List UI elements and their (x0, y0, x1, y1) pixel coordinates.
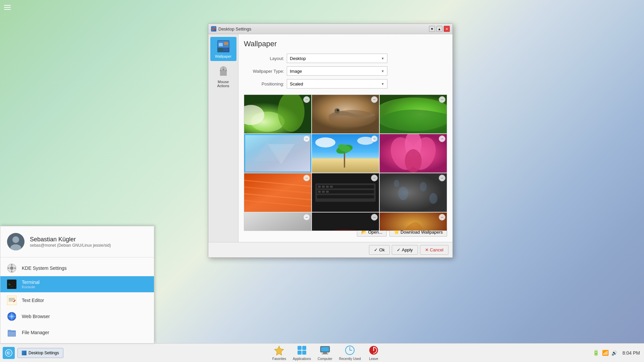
start-menu: Sebastian Kügler sebas@monet (Debian GNU… (0, 226, 154, 343)
svg-rect-8 (14, 268, 16, 269)
sidebar-mouse-actions-button[interactable]: Mouse Actions (210, 62, 236, 90)
wallpaper-sidebar-label: Wallpaper (215, 54, 231, 58)
wallpaper-remove-6[interactable]: − (439, 135, 445, 142)
wallpaper-remove-11[interactable]: − (371, 214, 378, 221)
menu-item-text-editor[interactable]: Text Editor (0, 292, 154, 308)
svg-rect-27 (219, 43, 223, 46)
wallpaper-remove-3[interactable]: − (439, 96, 445, 103)
svg-point-78 (420, 182, 427, 191)
taskbar-window-button[interactable]: Desktop Settings (17, 348, 63, 358)
wallpaper-remove-5[interactable]: − (371, 135, 378, 142)
wallpaper-remove-2[interactable]: − (371, 96, 378, 103)
taskbar-favorites[interactable]: Favorites (272, 344, 286, 361)
wallpaper-type-value: Image (290, 69, 302, 74)
mouse-actions-sidebar-label: Mouse Actions (212, 80, 235, 88)
wallpaper-thumb-1[interactable]: − (244, 95, 311, 133)
wallpaper-remove-8[interactable]: − (371, 175, 378, 181)
menu-item-terminal[interactable]: >_ Terminal Konsole (0, 276, 154, 292)
apply-label: Apply (402, 247, 413, 252)
menu-item-file-manager[interactable]: File Manager (0, 324, 154, 341)
positioning-row: Positioning: Scaled ▼ (244, 79, 447, 88)
wallpaper-thumb-10[interactable]: − (244, 213, 311, 231)
wallpaper-thumb-7[interactable]: − (244, 173, 311, 212)
wallpaper-thumb-8[interactable]: − (312, 173, 379, 212)
menu-item-kde-settings[interactable]: KDE System Settings (0, 260, 154, 276)
apply-button[interactable]: ✓ Apply (392, 245, 418, 255)
svg-marker-87 (274, 346, 284, 355)
wallpaper-thumb-6[interactable]: − (380, 134, 447, 173)
svg-rect-34 (220, 71, 227, 76)
taskbar-icons: Favorites Applications (63, 344, 589, 361)
wallpaper-thumb-4[interactable]: − (244, 134, 311, 173)
ok-checkmark-icon: ✓ (374, 247, 378, 252)
apply-checkmark-icon: ✓ (397, 247, 400, 252)
cancel-button[interactable]: ✕ Cancel (420, 245, 448, 255)
svg-point-29 (218, 48, 223, 51)
taskbar-computer[interactable]: Computer (318, 344, 332, 361)
dialog-pin-icon: 📌 (211, 26, 216, 32)
svg-rect-7 (8, 268, 9, 269)
menu-item-web-browser[interactable]: Web Browser (0, 308, 154, 324)
ok-button[interactable]: ✓ Ok (369, 245, 390, 255)
applications-icon (296, 344, 308, 356)
wallpaper-grid: − (244, 95, 447, 231)
dialog-title-text: Desktop Settings (218, 26, 251, 32)
recently-used-icon (344, 344, 356, 356)
layout-label: Layout: (244, 56, 284, 61)
dialog-close-button[interactable]: ✕ (444, 26, 450, 32)
file-manager-icon (7, 328, 16, 337)
taskbar-window-icon (22, 351, 26, 355)
svg-rect-94 (323, 352, 327, 354)
taskbar-leave[interactable]: Leave (368, 344, 380, 361)
wallpaper-remove-10[interactable]: − (303, 214, 310, 221)
svg-rect-70 (322, 186, 325, 188)
dialog-minimize-button[interactable]: ▼ (429, 26, 435, 32)
positioning-select[interactable]: Scaled ▼ (287, 79, 387, 88)
positioning-value: Scaled (290, 81, 303, 86)
wallpaper-thumb-3[interactable]: − (380, 95, 447, 133)
computer-label: Computer (318, 357, 332, 361)
wallpaper-remove-12[interactable]: − (439, 214, 445, 221)
menu-line-1 (4, 5, 11, 6)
layout-select[interactable]: Desktop ▼ (287, 54, 387, 63)
text-editor-icon (7, 296, 16, 305)
dialog-maximize-button[interactable]: ▲ (436, 26, 442, 32)
svg-rect-90 (298, 351, 302, 355)
wallpaper-remove-7[interactable]: − (303, 175, 310, 181)
wallpaper-remove-1[interactable]: − (303, 96, 310, 103)
wallpaper-thumb-11[interactable]: − (312, 213, 379, 231)
wallpaper-thumb-12[interactable]: − (380, 213, 447, 231)
svg-rect-76 (380, 173, 447, 212)
user-info: Sebastian Kügler sebas@monet (Debian GNU… (30, 236, 111, 248)
wallpaper-remove-9[interactable]: − (439, 175, 445, 181)
taskbar-recently-used[interactable]: Recently Used (339, 344, 361, 361)
avatar (7, 233, 24, 250)
wallpaper-thumb-2[interactable]: − (312, 95, 379, 133)
dialog-body: Wallpaper Mouse Actions Wallpaper (208, 34, 452, 242)
svg-rect-95 (322, 354, 328, 354)
mouse-actions-icon (217, 65, 230, 78)
computer-icon (319, 344, 331, 356)
wallpaper-remove-4[interactable]: − (303, 135, 310, 142)
cancel-x-icon: ✕ (425, 247, 429, 252)
volume-icon: 🔊 (611, 350, 617, 356)
wallpaper-thumb-5[interactable]: − (312, 134, 379, 173)
applications-label: Applications (293, 357, 311, 361)
battery-icon: 🔋 (593, 350, 599, 356)
taskbar-start-button[interactable]: K (3, 347, 15, 359)
wallpaper-type-select[interactable]: Image ▼ (287, 66, 387, 76)
sidebar-wallpaper-button[interactable]: Wallpaper (210, 37, 236, 61)
dialog-content-title: Wallpaper (244, 40, 447, 48)
dialog-titlebar: 📌 Desktop Settings ▼ ▲ ✕ (208, 24, 452, 34)
wallpaper-thumb-9[interactable]: − (380, 173, 447, 212)
layout-select-arrow: ▼ (381, 57, 384, 60)
wallpaper-type-arrow: ▼ (381, 69, 384, 73)
menu-icon-button[interactable] (3, 3, 12, 12)
svg-rect-23 (8, 331, 15, 336)
svg-rect-22 (8, 330, 11, 331)
svg-rect-93 (321, 347, 329, 352)
svg-rect-6 (11, 270, 12, 272)
svg-rect-69 (318, 186, 321, 188)
taskbar-applications[interactable]: Applications (293, 344, 311, 361)
svg-rect-33 (222, 69, 224, 70)
